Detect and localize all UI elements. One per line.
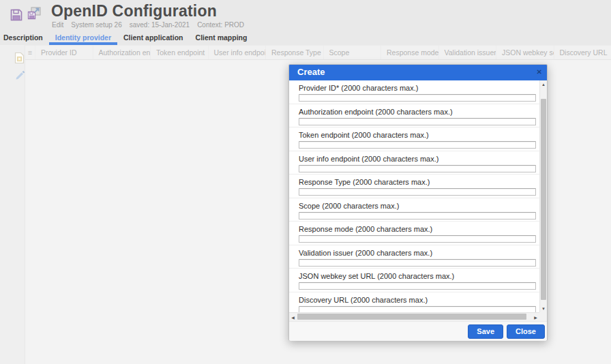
field-row-token-endpoint: Token endpoint (2000 characters max.) — [289, 127, 539, 151]
discovery-url-input[interactable] — [299, 306, 536, 313]
meta-setup: System setup 26 — [71, 21, 121, 29]
scroll-down-icon[interactable]: ▼ — [540, 307, 547, 311]
dialog-titlebar[interactable]: Create ✕ — [289, 65, 547, 80]
token-endpoint-input[interactable] — [299, 141, 536, 149]
field-row-discovery-url: Discovery URL (2000 characters max.) — [289, 292, 539, 313]
fields-viewport: Provider ID* (2000 characters max.) Auth… — [289, 80, 539, 312]
meta-saved: saved: 15-Jan-2021 — [130, 21, 190, 29]
scroll-up-icon[interactable]: ▲ — [540, 82, 547, 87]
response-type-input[interactable] — [299, 188, 536, 196]
meta-context: Context: PROD — [197, 21, 244, 29]
app-header: OpenID Configuration EditSystem setup 26… — [0, 0, 611, 30]
vertical-scrollbar[interactable]: ▲ ▼ — [539, 80, 547, 312]
authorization-endpoint-input[interactable] — [299, 118, 536, 125]
field-row-user-info-endpoint: User info endpoint (2000 characters max.… — [289, 151, 539, 175]
dialog-body: Provider ID* (2000 characters max.) Auth… — [289, 80, 547, 321]
provider-id-input[interactable] — [299, 94, 536, 102]
content-area: ≡ Provider ID Authorization end... Token… — [0, 45, 611, 364]
dialog-footer: Save Close — [289, 321, 547, 341]
field-row-scope: Scope (2000 characters max.) — [289, 198, 539, 222]
horizontal-scrollbar-track[interactable] — [297, 313, 532, 321]
field-row-authorization-endpoint: Authorization endpoint (2000 characters … — [289, 104, 539, 128]
horizontal-scrollbar[interactable]: ◀ ▶ — [289, 312, 539, 321]
close-button[interactable]: Close — [507, 324, 545, 339]
meta-mode: Edit — [52, 21, 63, 29]
close-icon[interactable]: ✕ — [537, 65, 542, 80]
field-label: User info endpoint (2000 characters max.… — [299, 155, 536, 163]
field-row-validation-issuer: Validation issuer (2000 characters max.) — [289, 245, 539, 269]
tab-bar: Description Identity provider Client app… — [0, 30, 253, 45]
scrollbar-corner — [539, 312, 547, 321]
field-row-response-mode: Response mode (2000 characters max.) — [289, 222, 539, 245]
json-webkey-set-url-input[interactable] — [299, 282, 536, 290]
tab-client-application[interactable]: Client application — [117, 30, 190, 45]
save-button[interactable]: Save — [468, 324, 503, 339]
page-meta: EditSystem setup 26saved: 15-Jan-2021Con… — [52, 21, 252, 29]
save-and-exit-icon[interactable] — [26, 5, 42, 25]
field-label: Response mode (2000 characters max.) — [299, 225, 536, 233]
tab-identity-provider[interactable]: Identity provider — [49, 30, 117, 45]
field-label: JSON webkey set URL (2000 characters max… — [299, 272, 536, 280]
field-label: Discovery URL (2000 characters max.) — [299, 296, 536, 304]
scroll-right-icon[interactable]: ▶ — [532, 315, 539, 320]
field-label: Response Type (2000 characters max.) — [299, 178, 536, 186]
field-label: Scope (2000 characters max.) — [299, 202, 536, 210]
vertical-scrollbar-thumb[interactable] — [541, 99, 546, 300]
tab-description[interactable]: Description — [0, 30, 49, 45]
page-title: OpenID Configuration — [51, 2, 217, 20]
field-label: Authorization endpoint (2000 characters … — [299, 108, 536, 116]
field-row-json-webkey-set-url: JSON webkey set URL (2000 characters max… — [289, 269, 539, 292]
response-mode-input[interactable] — [299, 235, 536, 243]
field-label: Token endpoint (2000 characters max.) — [299, 131, 536, 139]
validation-issuer-input[interactable] — [299, 259, 536, 267]
save-icon[interactable] — [10, 8, 23, 25]
field-row-response-type: Response Type (2000 characters max.) — [289, 175, 539, 198]
create-dialog: Create ✕ Provider ID* (2000 characters m… — [288, 64, 548, 341]
field-label: Provider ID* (2000 characters max.) — [299, 84, 536, 92]
horizontal-scrollbar-thumb[interactable] — [297, 314, 526, 320]
user-info-endpoint-input[interactable] — [299, 165, 536, 172]
tab-client-mapping[interactable]: Client mapping — [190, 30, 254, 45]
scope-input[interactable] — [299, 212, 536, 219]
field-row-provider-id: Provider ID* (2000 characters max.) — [289, 80, 539, 104]
scroll-left-icon[interactable]: ◀ — [289, 315, 297, 320]
dialog-title: Create — [297, 67, 325, 77]
field-label: Validation issuer (2000 characters max.) — [299, 249, 536, 257]
